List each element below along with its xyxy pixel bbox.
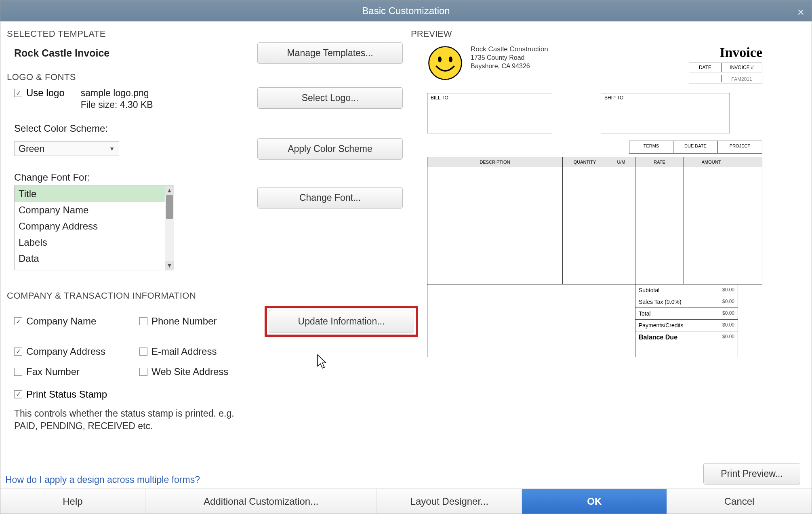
invoice-title-block: Invoice DATE INVOICE # FAM2011 [689, 45, 762, 84]
font-target-listbox[interactable]: Title Company Name Company Address Label… [14, 185, 174, 270]
subtotal-value: $0.00 [722, 287, 734, 293]
date-label: DATE [689, 63, 722, 72]
project-cell: PROJECT [718, 141, 762, 154]
phone-check-label: Phone Number [151, 316, 217, 327]
email-check-holder: E-mail Address [139, 346, 261, 357]
items-table: DESCRIPTION QUANTITY U/M RATE AMOUNT [427, 157, 762, 284]
change-font-row: Title Company Name Company Address Label… [7, 185, 403, 270]
company-info-section: COMPANY & TRANSACTION INFORMATION ✓ Comp… [7, 291, 403, 432]
company-name-checkbox[interactable]: ✓ [14, 317, 22, 325]
company-address-checkbox[interactable]: ✓ [14, 348, 22, 356]
invno-value: FAM2011 [722, 75, 762, 84]
status-desc-line1: This controls whether the status stamp i… [14, 407, 403, 420]
company-name-check-label: Company Name [26, 316, 96, 327]
phone-checkbox[interactable] [139, 317, 147, 325]
design-across-forms-link[interactable]: How do I apply a design across multiple … [5, 474, 200, 485]
font-item-company-address[interactable]: Company Address [15, 218, 174, 234]
balance-label: Balance Due [639, 334, 677, 341]
preview-header: Rock Castle Construction 1735 County Roa… [427, 45, 762, 84]
color-scheme-section: Select Color Scheme: Green ▼ Apply Color… [7, 123, 403, 160]
invoice-title: Invoice [689, 45, 762, 60]
web-checkbox[interactable] [139, 368, 147, 376]
total-value: $0.00 [722, 310, 734, 317]
svg-point-1 [438, 57, 442, 62]
template-name: Rock Castle Invoice [14, 47, 257, 59]
col-um: U/M [607, 157, 635, 167]
update-info-wrap: Update Information... [265, 306, 418, 337]
salestax-row: Sales Tax (0.0%)$0.00 [635, 296, 738, 308]
help-button[interactable]: Help [0, 489, 145, 514]
fax-check-holder: Fax Number [14, 366, 135, 377]
status-desc-line2: PAID, PENDING, RECEIVED etc. [14, 420, 403, 432]
fax-check-label: Fax Number [26, 366, 80, 377]
print-preview-button[interactable]: Print Preview... [703, 463, 800, 485]
font-item-company-name[interactable]: Company Name [15, 202, 174, 218]
change-font-button[interactable]: Change Font... [257, 187, 403, 209]
apply-color-scheme-button[interactable]: Apply Color Scheme [257, 138, 403, 160]
font-item-title[interactable]: Title [15, 186, 174, 202]
balance-row: Balance Due$0.00 [635, 331, 738, 343]
preview-company-name: Rock Castle Construction [471, 45, 548, 54]
close-icon[interactable]: × [797, 5, 804, 19]
window-title: Basic Customization [362, 5, 450, 17]
status-stamp-label: Print Status Stamp [26, 389, 107, 400]
update-information-button[interactable]: Update Information... [269, 310, 414, 333]
web-check-label: Web Site Address [151, 366, 228, 377]
duedate-cell: DUE DATE [673, 141, 718, 154]
preview-heading: PREVIEW [411, 29, 805, 39]
color-scheme-select[interactable]: Green ▼ [14, 141, 119, 156]
color-scheme-label: Select Color Scheme: [14, 123, 403, 134]
select-logo-button[interactable]: Select Logo... [257, 87, 403, 109]
total-label: Total [639, 310, 651, 317]
basic-customization-window: Basic Customization × SELECTED TEMPLATE … [0, 0, 812, 514]
ok-button[interactable]: OK [522, 489, 667, 514]
email-checkbox[interactable] [139, 348, 147, 356]
totals-left-blank [427, 284, 635, 357]
color-scheme-value: Green [19, 143, 44, 154]
totals-right: Subtotal$0.00 Sales Tax (0.0%)$0.00 Tota… [635, 284, 738, 357]
scroll-down-icon[interactable]: ▼ [165, 261, 174, 270]
company-info-heading: COMPANY & TRANSACTION INFORMATION [7, 291, 403, 301]
scroll-thumb[interactable] [166, 195, 173, 219]
title-bar: Basic Customization × [0, 0, 812, 21]
layout-designer-button[interactable]: Layout Designer... [377, 489, 522, 514]
salestax-label: Sales Tax (0.0%) [639, 299, 682, 305]
col-amount: AMOUNT [684, 157, 738, 167]
company-address-check-label: Company Address [26, 346, 105, 357]
subtotal-label: Subtotal [639, 287, 659, 293]
preview-addr2: Bayshore, CA 94326 [471, 62, 548, 71]
use-logo-checkbox[interactable]: ✓ [14, 89, 22, 97]
scroll-up-icon[interactable]: ▲ [165, 186, 174, 195]
change-font-section: Change Font For: Title Company Name Comp… [7, 172, 403, 270]
color-scheme-row: Green ▼ Apply Color Scheme [7, 138, 403, 160]
fax-checkbox[interactable] [14, 368, 22, 376]
chevron-down-icon: ▼ [109, 145, 115, 152]
font-item-data[interactable]: Data [15, 251, 174, 267]
additional-customization-button[interactable]: Additional Customization... [145, 489, 377, 514]
right-panel: PREVIEW Rock Castle Construction 1735 Co… [411, 29, 805, 489]
terms-row: TERMS DUE DATE PROJECT [427, 141, 762, 154]
change-font-label: Change Font For: [14, 172, 403, 183]
ship-to-box: SHIP TO [601, 93, 730, 133]
payments-value: $0.00 [722, 322, 734, 329]
bill-to-label: BILL TO [431, 95, 448, 101]
cancel-button[interactable]: Cancel [667, 489, 812, 514]
status-stamp-description: This controls whether the status stamp i… [14, 407, 403, 432]
balance-value: $0.00 [722, 334, 734, 341]
status-stamp-checkbox[interactable]: ✓ [14, 390, 22, 398]
col-rate: RATE [635, 157, 684, 167]
preview-addr1: 1735 County Road [471, 54, 548, 62]
web-check-holder: Web Site Address [139, 366, 261, 377]
email-check-label: E-mail Address [151, 346, 217, 357]
date-value [689, 75, 722, 82]
selected-template-heading: SELECTED TEMPLATE [7, 29, 403, 39]
logo-file-info: sample logo.png File size: 4.30 KB [81, 87, 153, 111]
listbox-scrollbar[interactable]: ▲ ▼ [165, 186, 174, 270]
svg-point-2 [449, 57, 452, 62]
company-address-check-holder: ✓ Company Address [14, 346, 135, 357]
bottom-button-bar: Help Additional Customization... Layout … [0, 489, 812, 514]
font-item-labels[interactable]: Labels [15, 234, 174, 251]
address-row: BILL TO SHIP TO [427, 93, 762, 133]
totals-block: Subtotal$0.00 Sales Tax (0.0%)$0.00 Tota… [427, 284, 762, 357]
manage-templates-button[interactable]: Manage Templates... [257, 42, 403, 64]
